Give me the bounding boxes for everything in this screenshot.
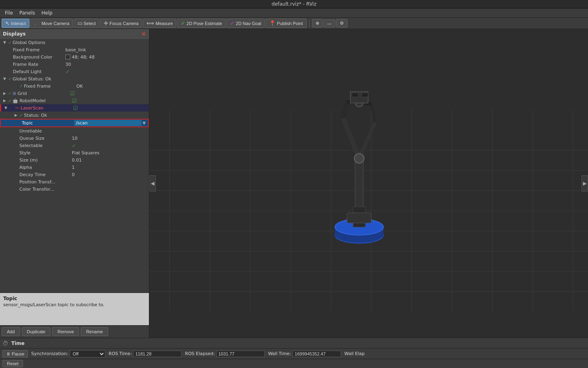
tree-selectable[interactable]: Selectable ✓: [0, 142, 149, 149]
selectable-value: ✓: [72, 143, 147, 149]
grid-expand[interactable]: ▶: [3, 91, 8, 95]
laser-status-check: ✓: [19, 113, 23, 118]
default-light-value: ✓: [65, 69, 147, 75]
tree-global-status-fixed-frame[interactable]: ✓ Fixed Frame OK: [0, 82, 149, 90]
tree-laser-status[interactable]: ▶ ✓ Status: Ok: [0, 111, 149, 119]
queue-size-label: Queue Size: [19, 136, 72, 141]
tree-robot-model[interactable]: ▶ ✓ 🤖 RobotModel ☑: [0, 97, 149, 104]
viewport-left-arrow[interactable]: ◀: [149, 175, 156, 191]
style-value: Flat Squares: [72, 150, 147, 156]
ros-time-value[interactable]: [133, 351, 182, 357]
viewport-3d[interactable]: ◀ ▶: [149, 29, 588, 338]
global-status-check: ✓: [8, 76, 12, 82]
rename-button[interactable]: Rename: [81, 327, 108, 336]
tree-unreliable[interactable]: Unreliable: [0, 127, 149, 135]
tree-decay-time[interactable]: Decay Time 0: [0, 171, 149, 178]
frame-rate-label: Frame Rate: [13, 62, 65, 67]
toolbar: ↖ Interact 🎥 Move Camera ▭ Select ✛ Focu…: [0, 18, 588, 29]
topic-dropdown-arrow[interactable]: ▼: [142, 121, 146, 125]
gs-ff-value: OK: [76, 84, 147, 89]
tree-global-options[interactable]: ▼ ✓ Global Options: [0, 39, 149, 46]
measure-button[interactable]: ⟺ Measure: [143, 19, 176, 28]
viewport-right-arrow[interactable]: ▶: [582, 175, 588, 191]
color-transform-label: Color Transfor...: [19, 187, 72, 192]
robot-checkbox[interactable]: ☑: [72, 98, 147, 104]
toolbar-separator: [309, 19, 310, 27]
tree-position-transform[interactable]: Position Transf...: [0, 178, 149, 185]
sync-select[interactable]: Off Exact Approximate: [70, 350, 105, 357]
nav-goal-label: 2D Nav Goal: [236, 21, 261, 26]
pose-estimate-button[interactable]: ✓ 2D Pose Estimate: [177, 19, 226, 28]
publish-point-label: Publish Point: [277, 21, 303, 26]
reset-button[interactable]: Reset: [2, 360, 23, 367]
move-camera-label: Move Camera: [42, 21, 69, 26]
ros-elapsed-label: ROS Elapsed:: [185, 351, 215, 356]
robot-icon: 🤖: [13, 98, 18, 103]
tree-color-transform[interactable]: Color Transfor...: [0, 185, 149, 193]
tree-grid[interactable]: ▶ ✓ ⊞ Grid ☑: [0, 90, 149, 97]
pause-button[interactable]: ⏸ Pause: [2, 350, 28, 357]
toolbar-extra-settings[interactable]: ⚙: [336, 19, 347, 27]
pose-estimate-label: 2D Pose Estimate: [186, 21, 222, 26]
focus-camera-button[interactable]: ✛ Focus Camera: [100, 19, 142, 28]
robot-label: RobotModel: [19, 98, 72, 103]
displays-close-button[interactable]: ✕: [141, 31, 146, 37]
grid-overlay: [149, 29, 588, 338]
wall-time-group: Wall Time:: [268, 351, 341, 357]
nav-goal-button[interactable]: ✓ 2D Nav Goal: [226, 19, 265, 28]
pose-icon: ✓: [181, 20, 185, 26]
global-status-label: Global Status: Ok: [13, 76, 65, 82]
tree-frame-rate[interactable]: Frame Rate 30: [0, 61, 149, 68]
laser-expand[interactable]: ▼: [4, 106, 9, 110]
menu-panels[interactable]: Panels: [16, 9, 38, 17]
focus-camera-label: Focus Camera: [109, 21, 138, 26]
global-options-expand[interactable]: ▼: [3, 40, 8, 44]
tree-background-color[interactable]: Background Color 48; 48; 48: [0, 53, 149, 61]
focus-icon: ✛: [104, 20, 108, 26]
add-button[interactable]: Add: [2, 327, 20, 336]
laser-checkbox[interactable]: ☑: [73, 105, 147, 111]
tree-default-light[interactable]: Default Light ✓: [0, 68, 149, 75]
grid-check: ✓: [8, 91, 12, 96]
tree-fixed-frame[interactable]: Fixed Frame base_link: [0, 46, 149, 53]
tree-topic[interactable]: Topic /scan ▼: [0, 119, 149, 127]
tree-size[interactable]: Size (m) 0.01: [0, 156, 149, 164]
svg-rect-34: [362, 93, 368, 97]
tree-laser-scan[interactable]: ▼ 〜 LaserScan ☑: [0, 104, 149, 111]
displays-tree[interactable]: ▼ ✓ Global Options Fixed Frame base_link…: [0, 39, 149, 293]
publish-point-button[interactable]: 📍 Publish Point: [266, 19, 306, 28]
ros-elapsed-value[interactable]: [216, 351, 265, 357]
displays-header: Displays ✕: [0, 29, 149, 39]
bg-color-swatch: [65, 55, 70, 59]
pos-transform-label: Position Transf...: [19, 179, 72, 185]
select-icon: ▭: [77, 20, 82, 26]
duplicate-button[interactable]: Duplicate: [22, 327, 51, 336]
ros-time-label: ROS Time:: [109, 351, 132, 356]
grid-checkbox[interactable]: ☑: [70, 90, 147, 97]
tree-style[interactable]: Style Flat Squares: [0, 149, 149, 156]
toolbar-extra-minus[interactable]: —: [324, 19, 335, 27]
tree-alpha[interactable]: Alpha 1: [0, 164, 149, 171]
alpha-value: 1: [72, 165, 147, 170]
tree-global-status[interactable]: ▼ ✓ Global Status: Ok: [0, 75, 149, 82]
svg-rect-36: [347, 213, 371, 223]
global-status-expand[interactable]: ▼: [3, 77, 8, 81]
robot-expand[interactable]: ▶: [3, 99, 8, 103]
svg-rect-1: [149, 29, 588, 338]
move-camera-button[interactable]: 🎥 Move Camera: [30, 19, 73, 28]
interact-button[interactable]: ↖ Interact: [2, 19, 29, 28]
info-panel: Topic sensor_msgs/LaserScan topic to sub…: [0, 293, 149, 325]
menu-file[interactable]: File: [2, 9, 16, 17]
tree-queue-size[interactable]: Queue Size 10: [0, 135, 149, 142]
select-button[interactable]: ▭ Select: [74, 19, 100, 28]
info-description: sensor_msgs/LaserScan topic to subscribe…: [3, 302, 146, 307]
wall-time-value[interactable]: [293, 351, 341, 357]
remove-button[interactable]: Remove: [52, 327, 79, 336]
robot-check: ✓: [8, 98, 12, 103]
laser-status-expand[interactable]: ▶: [15, 113, 19, 117]
global-options-label: Global Options: [13, 40, 65, 45]
clock-icon: ⏱: [2, 340, 8, 347]
global-options-check: ✓: [8, 40, 12, 45]
menu-help[interactable]: Help: [38, 9, 56, 17]
toolbar-extra-add[interactable]: ⊕: [312, 19, 323, 27]
